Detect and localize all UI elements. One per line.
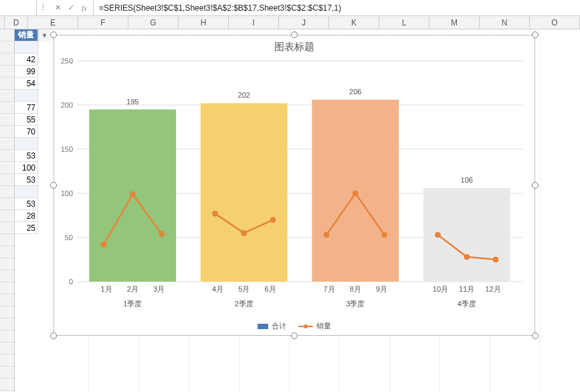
cell[interactable]: 53 bbox=[15, 198, 37, 210]
cell[interactable]: 99 bbox=[15, 66, 37, 78]
column-headers: D E F G H I J K L M N O bbox=[0, 16, 580, 29]
row-header[interactable] bbox=[0, 367, 14, 379]
col-header-D[interactable]: D bbox=[5, 16, 28, 29]
col-header-E[interactable]: E bbox=[28, 16, 78, 29]
cell[interactable]: 25 bbox=[15, 222, 37, 234]
quarter-group: 7月8月9月3季度 bbox=[312, 282, 399, 312]
cell[interactable]: 53 bbox=[15, 150, 37, 162]
svg-text:100: 100 bbox=[61, 189, 73, 197]
col-header-N[interactable]: N bbox=[480, 16, 530, 29]
row-header[interactable] bbox=[0, 138, 14, 150]
cell[interactable]: 28 bbox=[15, 210, 37, 222]
col-header-L[interactable]: L bbox=[379, 16, 429, 29]
row-header[interactable] bbox=[0, 66, 14, 78]
cancel-icon[interactable]: ✕ bbox=[52, 3, 64, 12]
row-header[interactable] bbox=[0, 318, 14, 330]
formula-input[interactable]: =SERIES(Sheet3!$C$1,Sheet3!$A$2:$B$17,Sh… bbox=[94, 0, 580, 15]
cells-area[interactable]: 销量 42 99 54 77 55 70 53 100 53 53 28 25 … bbox=[15, 29, 580, 392]
row-header[interactable] bbox=[0, 342, 14, 355]
formula-bar: ⋮ ✕ ✓ fx =SERIES(Sheet3!$C$1,Sheet3!$A$2… bbox=[0, 0, 580, 16]
namebox-dropdown-icon[interactable]: ⋮ bbox=[37, 3, 49, 12]
col-header-M[interactable]: M bbox=[429, 16, 480, 29]
plot-area[interactable]: 050100150200250195202206106 bbox=[77, 61, 522, 282]
resize-handle-se[interactable] bbox=[532, 332, 539, 339]
resize-handle-sw[interactable] bbox=[50, 332, 57, 339]
row-header[interactable] bbox=[0, 355, 14, 367]
row-header[interactable] bbox=[0, 174, 14, 186]
name-box[interactable] bbox=[0, 0, 37, 15]
row-header[interactable] bbox=[0, 198, 14, 210]
row-header[interactable] bbox=[0, 282, 14, 294]
month-label: 8月 bbox=[350, 284, 361, 294]
quarter-group: 10月11月12月4季度 bbox=[423, 282, 510, 312]
resize-handle-s[interactable] bbox=[291, 332, 298, 339]
col-header-J[interactable]: J bbox=[279, 16, 329, 29]
col-header-F[interactable]: F bbox=[78, 16, 128, 29]
svg-text:206: 206 bbox=[349, 88, 361, 96]
row-header[interactable] bbox=[0, 210, 14, 222]
quarter-group: 1月2月3月1季度 bbox=[89, 282, 176, 312]
cell[interactable]: 70 bbox=[15, 126, 37, 138]
resize-handle-nw[interactable] bbox=[50, 31, 57, 38]
cell[interactable]: 77 bbox=[15, 102, 37, 114]
cell[interactable]: 55 bbox=[15, 114, 37, 126]
row-header[interactable] bbox=[0, 306, 14, 318]
row-header[interactable] bbox=[0, 162, 14, 174]
quarter-label: 3季度 bbox=[312, 296, 399, 312]
legend-item-sales[interactable]: 销量 bbox=[298, 321, 331, 331]
chart-object[interactable]: 图表标题 050100150200250195202206106 1月2月3月1… bbox=[54, 35, 535, 336]
col-header-K[interactable]: K bbox=[329, 16, 379, 29]
chart-title[interactable]: 图表标题 bbox=[54, 35, 535, 56]
month-label: 12月 bbox=[485, 284, 500, 294]
cell-header[interactable]: 销量 bbox=[15, 29, 37, 41]
row-header[interactable] bbox=[0, 126, 14, 138]
month-label: 11月 bbox=[459, 284, 474, 294]
row-header[interactable] bbox=[0, 294, 14, 306]
col-header-O[interactable]: O bbox=[530, 16, 580, 29]
row-header[interactable] bbox=[0, 246, 14, 258]
resize-handle-e[interactable] bbox=[532, 182, 539, 189]
row-header[interactable] bbox=[0, 222, 14, 234]
row-header[interactable] bbox=[0, 41, 14, 54]
col-header-I[interactable]: I bbox=[229, 16, 279, 29]
cell[interactable]: 42 bbox=[15, 54, 37, 66]
fx-icon[interactable]: fx bbox=[78, 4, 90, 12]
row-header[interactable] bbox=[0, 234, 14, 246]
row-header[interactable] bbox=[0, 150, 14, 162]
row-header[interactable] bbox=[0, 379, 14, 391]
svg-text:150: 150 bbox=[61, 145, 73, 153]
row-header[interactable] bbox=[0, 29, 14, 41]
resize-handle-n[interactable] bbox=[291, 31, 298, 38]
svg-point-19 bbox=[212, 211, 217, 216]
month-label: 10月 bbox=[433, 284, 448, 294]
cell[interactable] bbox=[15, 41, 37, 54]
col-header-G[interactable]: G bbox=[128, 16, 179, 29]
col-header-H[interactable]: H bbox=[179, 16, 229, 29]
row-header[interactable] bbox=[0, 330, 14, 342]
select-all-corner[interactable] bbox=[0, 16, 5, 29]
row-header[interactable] bbox=[0, 102, 14, 114]
row-header[interactable] bbox=[0, 270, 14, 282]
row-header[interactable] bbox=[0, 54, 14, 66]
row-header[interactable] bbox=[0, 78, 14, 90]
cell[interactable]: 54 bbox=[15, 78, 37, 90]
row-header[interactable] bbox=[0, 258, 14, 270]
resize-handle-w[interactable] bbox=[50, 182, 57, 189]
cell[interactable] bbox=[15, 186, 37, 198]
cell[interactable]: 53 bbox=[15, 174, 37, 186]
plot-svg: 050100150200250195202206106 bbox=[77, 61, 522, 282]
cell[interactable]: 100 bbox=[15, 162, 37, 174]
resize-handle-ne[interactable] bbox=[532, 31, 539, 38]
accept-icon[interactable]: ✓ bbox=[65, 3, 77, 12]
month-label: 6月 bbox=[264, 284, 276, 294]
cell[interactable] bbox=[15, 90, 37, 102]
row-header[interactable] bbox=[0, 90, 14, 102]
legend[interactable]: 合计 销量 bbox=[54, 321, 535, 331]
row-header[interactable] bbox=[0, 186, 14, 198]
svg-text:202: 202 bbox=[238, 91, 250, 99]
legend-item-total[interactable]: 合计 bbox=[258, 321, 286, 331]
cell[interactable] bbox=[15, 138, 37, 150]
svg-text:106: 106 bbox=[461, 176, 473, 184]
filter-dropdown-icon[interactable]: ▼ bbox=[38, 29, 50, 41]
row-header[interactable] bbox=[0, 114, 14, 126]
